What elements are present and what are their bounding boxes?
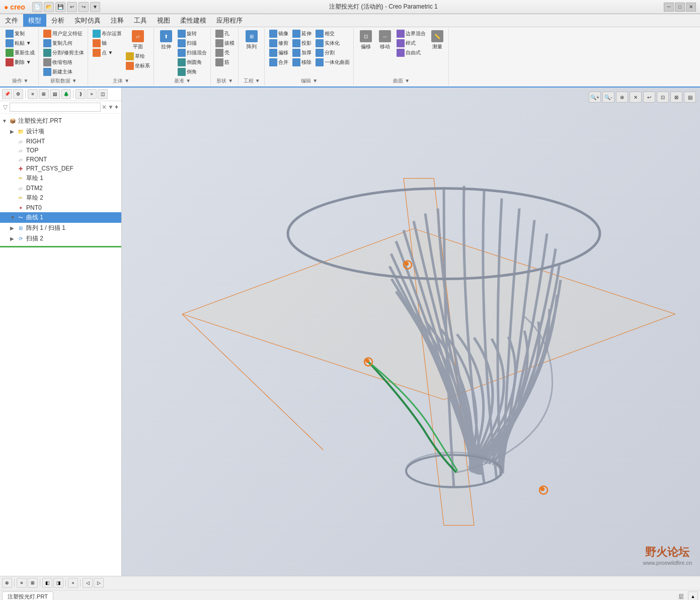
menu-tools[interactable]: 工具 [129,14,152,27]
search-expand[interactable]: ▼ [108,104,114,111]
bt-btn8[interactable]: ▷ [94,578,104,588]
qa-redo[interactable]: ↪ [79,2,89,12]
expand-root[interactable]: ▼ [2,118,8,124]
btn-paste[interactable]: 粘贴 ▼ [4,39,36,48]
vt-fit[interactable]: ⊕ [616,92,628,103]
btn-extend[interactable]: 延伸 [291,29,313,38]
minimize-button[interactable]: ─ [664,3,674,12]
vt-view1[interactable]: ⊡ [657,92,669,103]
btn-pattern[interactable]: ⊞ 阵列 [243,29,261,51]
btn-axis[interactable]: 轴 [91,39,123,48]
btn-chamfer[interactable]: 倒角 [176,67,208,76]
tree-item-design[interactable]: ▶ 📁 设计项 [0,126,121,137]
btn-swpblend[interactable]: 扫描混合 [176,48,208,57]
vt-reset[interactable]: ✕ [630,92,642,103]
bt-btn3[interactable]: ⊞ [28,578,38,588]
sb-btn-more[interactable]: » [87,89,97,99]
maximize-button[interactable]: □ [675,3,685,12]
btn-solidify[interactable]: 实体化 [314,39,351,48]
btn-split2[interactable]: 分割 [314,48,351,57]
search-clear[interactable]: ✕ [102,104,107,111]
tree-item-root[interactable]: ▼ 📦 注塑投光灯.PRT [0,116,121,126]
btn-copygeom[interactable]: 复制几何 [42,39,86,48]
bt-btn2[interactable]: ≡ [17,578,27,588]
btn-copy[interactable]: 复制 [4,29,36,38]
sb-btn-grid[interactable]: ⊞ [39,89,49,99]
btn-boundarymix[interactable]: 边界混合 [395,29,427,38]
sb-btn-detail[interactable]: ▤ [50,89,60,99]
menu-model[interactable]: 模型 [23,14,46,27]
tab-model[interactable]: 注塑投光灯.PRT [2,591,53,600]
expand-curve1[interactable]: ▼ [10,215,16,220]
tree-item-array1[interactable]: ▶ ⊞ 阵列 1 / 扫描 1 [0,223,121,233]
bt-btn7[interactable]: ◁ [83,578,93,588]
bt-btn1[interactable]: ⊕ [2,578,12,588]
btn-remove[interactable]: 移除 [291,58,313,67]
menu-view[interactable]: 视图 [152,14,175,27]
sb-btn-tree[interactable]: 🌲 [61,89,71,99]
tree-item-curve1[interactable]: ▼ 〜 曲线 1 [0,212,121,223]
menu-realtime-sim[interactable]: 实时仿真 [69,14,106,27]
btn-shrinkwrap[interactable]: 收缩包络 [42,58,86,67]
btn-delete[interactable]: 删除 ▼ [4,58,36,67]
vt-zoomin[interactable]: 🔍+ [589,92,601,103]
tree-item-sketch2[interactable]: ▶ ✏ 草绘 2 [0,193,121,203]
btn-measure[interactable]: 📏 测量 [428,29,446,51]
sb-btn-settings[interactable]: ⚙ [13,89,23,99]
tree-item-sketch1[interactable]: ▶ ✏ 草绘 1 [0,173,121,184]
btn-merge[interactable]: 合并 [268,58,290,67]
bt-btn6[interactable]: » [68,578,78,588]
btn-draft[interactable]: 拔模 [214,39,236,48]
close-button[interactable]: ✕ [686,3,696,12]
sb-btn-list[interactable]: ≡ [28,89,38,99]
btn-rib[interactable]: 筋 [214,58,236,67]
btn-udf[interactable]: 用户定义特征 [42,29,86,38]
bt-btn4[interactable]: ◧ [42,578,52,588]
btn-style[interactable]: 样式 [395,39,427,48]
tree-item-csys[interactable]: ▶ ✚ PRT_CSYS_DEF [0,164,121,173]
expand-array1[interactable]: ▶ [10,225,16,231]
vt-undo-view[interactable]: ↩ [643,92,655,103]
menu-annotation[interactable]: 注释 [106,14,129,27]
btn-csys[interactable]: 坐标系 [124,61,151,70]
tree-item-top[interactable]: ▶ ▱ TOP [0,146,121,155]
btn-revolve[interactable]: 旋转 [176,29,208,38]
viewport[interactable]: 🔍+ 🔍- ⊕ ✕ ↩ ⊡ ⊠ ▤ 野火论坛 www.proewildfire.… [122,88,700,576]
btn-sweep[interactable]: 扫描 [176,39,208,48]
btn-extrude[interactable]: ⬆ 拉伸 [157,29,175,51]
btn-project[interactable]: 投影 [291,39,313,48]
search-add[interactable]: + [115,104,118,111]
tree-item-sweep2[interactable]: ▶ ⟳ 扫描 2 [0,233,121,244]
tree-item-pnt0[interactable]: ▶ ✦ PNT0 [0,203,121,212]
qa-open[interactable]: 📂 [44,2,54,12]
expand-sweep2[interactable]: ▶ [10,236,16,241]
qa-new[interactable]: 📄 [32,2,42,12]
qa-save[interactable]: 💾 [55,2,65,12]
btn-boolean[interactable]: 布尔运算 [91,29,123,38]
menu-analysis[interactable]: 分析 [46,14,69,27]
btn-round[interactable]: 倒圆角 [176,58,208,67]
btn-regenerate[interactable]: 重新生成 [4,48,36,57]
btn-sketch[interactable]: 草绘 [124,52,151,61]
search-input[interactable] [10,103,101,112]
btn-freeform[interactable]: 自由式 [395,48,427,57]
btn-split[interactable]: 分割/修剪主体 [42,48,86,57]
tree-item-right[interactable]: ▶ ▱ RIGHT [0,137,121,146]
btn-newbody[interactable]: 新建主体 [42,67,86,76]
sb-btn-pin[interactable]: 📌 [2,89,12,99]
menu-file[interactable]: 文件 [0,14,23,27]
layer-expand[interactable]: ▲ [688,591,698,600]
btn-hole[interactable]: 孔 [214,29,236,38]
btn-thicken[interactable]: 加厚 [291,48,313,57]
vt-view2[interactable]: ⊠ [670,92,682,103]
vt-zoomout[interactable]: 🔍- [602,92,614,103]
tree-item-front[interactable]: ▶ ▱ FRONT [0,155,121,164]
qa-more[interactable]: ▼ [90,2,100,12]
tree-item-dtm2[interactable]: ▶ ▱ DTM2 [0,184,121,193]
btn-intersect[interactable]: 相交 [314,29,351,38]
btn-trim[interactable]: 修剪 [268,39,290,48]
btn-solidsurf[interactable]: 一体化曲面 [314,58,351,67]
btn-offset2[interactable]: ⊡ 偏移 [357,29,375,51]
bt-btn5[interactable]: ◨ [53,578,63,588]
btn-point[interactable]: 点 ▼ [91,48,123,57]
